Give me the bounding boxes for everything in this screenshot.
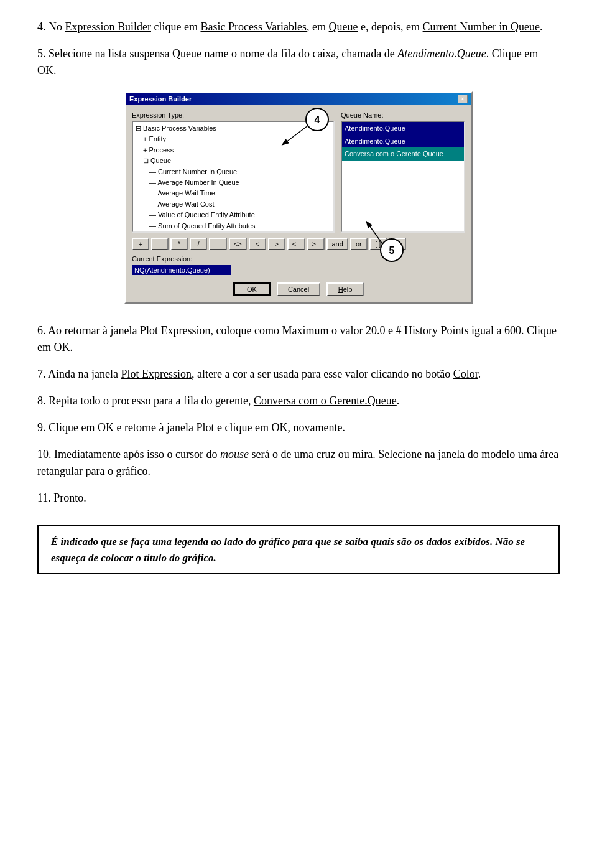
operators-row: + - * / == <> < > <= >= and or [ ] C [132, 238, 465, 250]
step8-text: 8. Repita todo o processo para a fila do… [37, 393, 560, 409]
op-brackets[interactable]: [ ] [369, 238, 387, 250]
step4-mid2: , em [307, 21, 329, 33]
step7-mid1: , altere a cor a ser usada para esse val… [192, 368, 453, 380]
queue-name-label: Queue Name: [341, 111, 465, 119]
step7-text: 7. Ainda na janela Plot Expression, alte… [37, 366, 560, 383]
dialog-body: Expression Type: ⊟ Basic Process Variabl… [126, 105, 471, 302]
ok-button[interactable]: OK [233, 282, 271, 296]
step9-link3: OK [271, 421, 287, 434]
tree-process[interactable]: + Process [134, 145, 332, 156]
dialog-titlebar: Expression Builder × [126, 93, 471, 105]
close-button[interactable]: × [458, 95, 468, 103]
expr-type-label: Expression Type: [132, 111, 335, 119]
step4-link4: Current Number in Queue [423, 21, 540, 33]
dialog-titlebar-buttons: × [458, 95, 468, 103]
tree-queue[interactable]: ⊟ Queue [134, 156, 332, 166]
op-notequal[interactable]: <> [229, 238, 247, 250]
op-less[interactable]: < [249, 238, 266, 250]
op-and[interactable]: and [326, 238, 348, 250]
step6-prefix: 6. Ao retornar à janela [37, 324, 140, 337]
tree-entity[interactable]: + Entity [134, 134, 332, 144]
tree-current-number[interactable]: — Current Number In Queue [134, 167, 332, 177]
step10-text: 10. Imediatamente após isso o cursor do … [37, 446, 560, 480]
step4-link1: Expression Builder [65, 21, 151, 33]
op-divide[interactable]: / [190, 238, 207, 250]
note-text: É indicado que se faça uma legenda ao la… [51, 536, 525, 564]
dialog-title: Expression Builder [129, 95, 192, 103]
step4-mid1: clique em [151, 21, 200, 33]
step9-mid2: e clique em [214, 421, 271, 434]
op-minus[interactable]: - [151, 238, 169, 250]
step5-end: . [53, 64, 57, 77]
op-greater[interactable]: > [268, 238, 285, 250]
op-greatereq[interactable]: >= [307, 238, 325, 250]
dialog-wrapper: Expression Builder × Expression Type: ⊟ … [124, 91, 473, 304]
op-c[interactable]: C [389, 238, 406, 250]
help-button[interactable]: Help [326, 282, 364, 296]
step9-text: 9. Clique em OK e retorne à janela Plot … [37, 419, 560, 436]
step4-end: . [540, 21, 543, 33]
step6-mid1: , coloque como [210, 324, 282, 337]
tree-entity-number[interactable]: — Entity Number Of Queued Entity [134, 231, 332, 233]
step10-prefix: 10. Imediatamente após isso o cursor do [37, 448, 220, 460]
step11-label: 11. Pronto. [37, 492, 86, 504]
step4-text: 4. No Expression Builder clique em Basic… [37, 19, 560, 35]
tree-average-wait-cost[interactable]: — Average Wait Cost [134, 199, 332, 210]
tree-average-wait-time[interactable]: — Average Wait Time [134, 188, 332, 198]
step7-link1: Plot Expression [121, 368, 192, 380]
tree-value-queued[interactable]: — Value of Queued Entity Attribute [134, 210, 332, 220]
step7-prefix: 7. Ainda na janela [37, 368, 121, 380]
queue-name-list[interactable]: Atendimento.Queue Atendimento.Queue Conv… [341, 121, 465, 233]
queue-name-panel: Queue Name: Atendimento.Queue Atendiment… [341, 111, 465, 233]
step6-mid2: o valor 20.0 e [328, 324, 396, 337]
step4-link2: Basic Process Variables [200, 21, 307, 33]
step9-prefix: 9. Clique em [37, 421, 98, 434]
step7-link2: Color [453, 368, 478, 380]
expression-type-tree[interactable]: ⊟ Basic Process Variables + Entity + Pro… [132, 121, 335, 233]
op-or[interactable]: or [350, 238, 368, 250]
step8-link1: Conversa com o Gerente.Queue [254, 394, 397, 407]
queue-item-conversa[interactable]: Conversa com o Gerente.Queue [342, 147, 464, 161]
current-expr-label: Current Expression: [132, 255, 465, 263]
dialog-main-row: Expression Type: ⊟ Basic Process Variabl… [132, 111, 465, 233]
op-lesseq[interactable]: <= [287, 238, 305, 250]
dialog-annotation-wrapper: Expression Builder × Expression Type: ⊟ … [124, 91, 473, 304]
op-plus[interactable]: + [132, 238, 149, 250]
step9-link1: OK [98, 421, 114, 434]
cancel-button[interactable]: Cancel [277, 282, 320, 296]
step5-link1: Queue name [172, 47, 228, 60]
tree-basic-process[interactable]: ⊟ Basic Process Variables [134, 123, 332, 134]
step6-text: 6. Ao retornar à janela Plot Expression,… [37, 322, 560, 356]
op-equal[interactable]: == [209, 238, 227, 250]
step5-prefix: 5. Selecione na lista suspensa [37, 47, 172, 60]
current-expr-value[interactable]: NQ(Atendimento.Queue) [132, 265, 231, 275]
note-box: É indicado que se faça uma legenda ao la… [37, 525, 560, 574]
step4-prefix: 4. No [37, 21, 65, 33]
step6-link3: # History Points [396, 324, 468, 337]
step6-link2: Maximum [282, 324, 328, 337]
step6-end: . [70, 341, 73, 353]
step8-end: . [397, 394, 400, 407]
step4-link3: Queue [329, 21, 358, 33]
step5-mid2: . Clique em [486, 47, 539, 60]
tree-sum-queued[interactable]: — Sum of Queued Entity Attributes [134, 221, 332, 231]
step9-end: , novamente. [287, 421, 345, 434]
op-multiply[interactable]: * [170, 238, 188, 250]
step8-prefix: 8. Repita todo o processo para a fila do… [37, 394, 254, 407]
step11-text: 11. Pronto. [37, 490, 560, 506]
expr-type-panel: Expression Type: ⊟ Basic Process Variabl… [132, 111, 335, 233]
expression-builder-dialog: Expression Builder × Expression Type: ⊟ … [124, 91, 473, 304]
step9-mid1: e retorne à janela [114, 421, 196, 434]
dialog-buttons: OK Cancel Help [132, 282, 465, 296]
current-expr-container: NQ(Atendimento.Queue) [132, 265, 465, 275]
queue-item-atendimento1[interactable]: Atendimento.Queue [342, 122, 464, 135]
step5-link2: OK [37, 64, 53, 77]
tree-average-number[interactable]: — Average Number In Queue [134, 177, 332, 188]
queue-item-atendimento2[interactable]: Atendimento.Queue [342, 135, 464, 148]
step6-link1: Plot Expression [140, 324, 211, 337]
step5-italic1: Atendimento.Queue [397, 47, 486, 60]
step9-link2: Plot [196, 421, 214, 434]
step4-mid3: e, depois, em [358, 21, 423, 33]
step10-italic1: mouse [220, 448, 249, 460]
content-area: 4. No Expression Builder clique em Basic… [37, 19, 560, 574]
